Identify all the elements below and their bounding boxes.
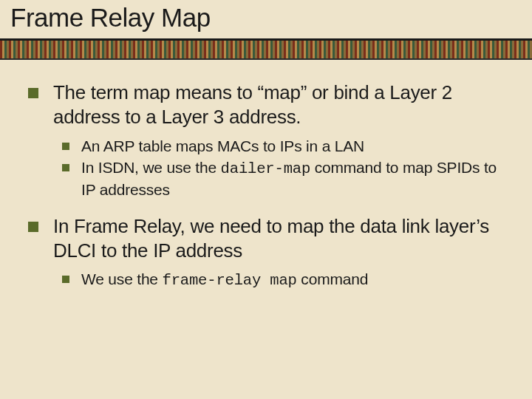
bullet-square-icon [62, 143, 69, 150]
slide-title: Frame Relay Map [10, 3, 522, 33]
bullet-square-icon [28, 88, 38, 98]
list-item: An ARP table maps MACs to IPs in a LAN [62, 136, 504, 156]
list-item-text: In ISDN, we use the dailer-map command t… [81, 157, 504, 200]
bullet-square-icon [28, 222, 38, 232]
list-item: We use the frame-relay map command [62, 269, 504, 291]
list-item-text: We use the frame-relay map command [81, 269, 368, 291]
slide-content: The term map means to “map” or bind a La… [0, 60, 532, 291]
list-item-text: In Frame Relay, we need to map the data … [53, 214, 504, 264]
code-text: frame-relay map [162, 272, 296, 289]
bullet-square-icon [62, 164, 69, 171]
list-item: In ISDN, we use the dailer-map command t… [62, 157, 504, 200]
list-item: In Frame Relay, we need to map the data … [28, 214, 504, 264]
list-item-text: An ARP table maps MACs to IPs in a LAN [81, 136, 364, 156]
decorative-stripe [0, 41, 532, 60]
bullet-square-icon [62, 276, 69, 283]
list-item-text: The term map means to “map” or bind a La… [53, 81, 504, 130]
code-text: dailer-map [221, 160, 311, 177]
list-item: The term map means to “map” or bind a La… [28, 81, 504, 130]
